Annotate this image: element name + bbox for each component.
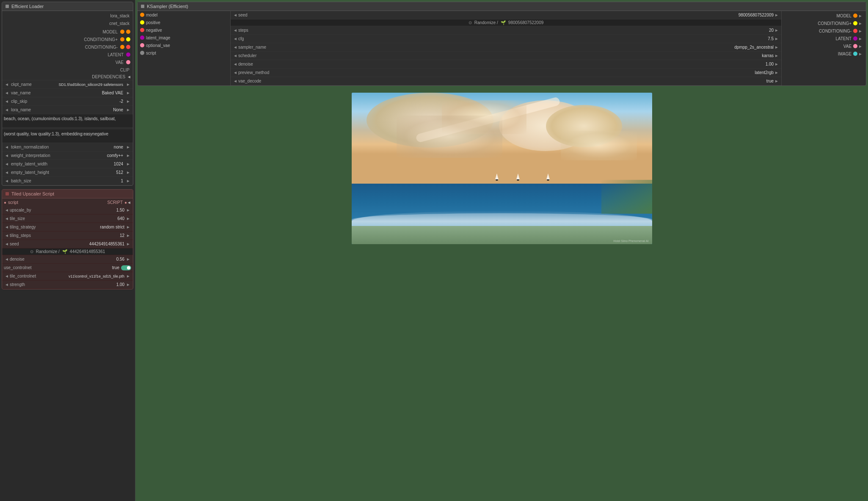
ks-vae-decode-row[interactable]: ◄ vae_decode true ► [231, 77, 781, 85]
ks-latent-out-label: LATENT [835, 36, 851, 41]
ks-model-out-label: MODEL [837, 14, 852, 18]
ks-conditioning-pos-out: CONDITIONING+ ► [783, 19, 864, 27]
tiling-steps-arrow-left[interactable]: ◄ [4, 233, 10, 238]
strength-arrow-left[interactable]: ◄ [4, 282, 10, 287]
ks-seed-arrow-left[interactable]: ◄ [232, 13, 238, 17]
negative-prompt[interactable]: (worst quality, low quality:1.3), embedd… [2, 129, 133, 143]
lora-name-row[interactable]: ◄ lora_name None ► [2, 106, 133, 114]
ckpt-name-row[interactable]: ◄ ckpt_name SD1.5\sdSilicon_silicon29 sa… [2, 80, 133, 89]
weight-interp-arrow-left[interactable]: ◄ [4, 153, 10, 158]
tiled-denoise-arrow-right[interactable]: ► [125, 257, 131, 262]
ks-conditioning-neg-out: CONDITIONING- ► [783, 27, 864, 35]
ks-vae-decode-arrow-right[interactable]: ► [774, 79, 780, 83]
ckpt-arrow-right[interactable]: ► [125, 82, 131, 87]
ks-scheduler-arrow-left[interactable]: ◄ [232, 53, 238, 58]
strength-row[interactable]: ◄ strength 1.00 ► [2, 281, 133, 289]
token-norm-arrow-left[interactable]: ◄ [4, 145, 10, 149]
tiled-seed-label: seed [10, 242, 89, 246]
upscale-by-row[interactable]: ◄ upscale_by 1.50 ► [2, 206, 133, 215]
weight-interp-row[interactable]: ◄ weight_interpretation comfy++ ► [2, 151, 133, 160]
clip-skip-row[interactable]: ◄ clip_skip -2 ► [2, 97, 133, 106]
model-out-row: MODEL [2, 28, 133, 36]
ksampler-body: model positive negative latent_image opt… [138, 11, 866, 85]
ks-scheduler-row[interactable]: ◄ scheduler karras ► [231, 52, 781, 60]
lora-name-arrow-right[interactable]: ► [125, 107, 131, 112]
ks-steps-row[interactable]: ◄ steps 20 ► [231, 26, 781, 35]
ks-sampler-arrow-right[interactable]: ► [774, 45, 780, 50]
tiled-denoise-arrow-left[interactable]: ◄ [4, 257, 10, 262]
ks-steps-arrow-left[interactable]: ◄ [232, 28, 238, 33]
ks-steps-arrow-right[interactable]: ► [774, 28, 780, 33]
use-controlnet-toggle[interactable] [121, 265, 131, 270]
latent-width-arrow-left[interactable]: ◄ [4, 162, 10, 166]
latent-height-arrow-left[interactable]: ◄ [4, 170, 10, 175]
latent-width-value: 1024 [114, 162, 124, 166]
tiling-steps-arrow-right[interactable]: ► [125, 233, 131, 238]
tile-size-arrow-left[interactable]: ◄ [4, 216, 10, 221]
ks-conditioning-pos-out-label: CONDITIONING+ [818, 21, 851, 26]
token-norm-arrow-right[interactable]: ► [125, 145, 131, 149]
ks-scheduler-arrow-right[interactable]: ► [774, 53, 780, 58]
tiling-strategy-value: random strict [100, 225, 125, 229]
script-value-label: SCRIPT [107, 200, 123, 205]
latent-width-arrow-right[interactable]: ► [125, 162, 131, 166]
tile-size-row[interactable]: ◄ tile_size 640 ► [2, 215, 133, 223]
vae-name-arrow-right[interactable]: ► [125, 91, 131, 95]
tiled-seed-row[interactable]: ◄ seed 444264914855361 ► [2, 240, 133, 248]
ks-preview-row[interactable]: ◄ preview_method latent2rgb ► [231, 69, 781, 77]
tiling-strategy-arrow-right[interactable]: ► [125, 225, 131, 229]
tiling-strategy-row[interactable]: ◄ tiling_strategy random strict ► [2, 223, 133, 231]
ks-sampler-arrow-left[interactable]: ◄ [232, 45, 238, 50]
tiled-denoise-row[interactable]: ◄ denoise 0.56 ► [2, 255, 133, 264]
positive-prompt[interactable]: beach, ocean, (cumulonimbus clouds:1.3),… [2, 114, 133, 128]
latent-height-arrow-right[interactable]: ► [125, 170, 131, 175]
ks-cfg-arrow-left[interactable]: ◄ [232, 36, 238, 41]
ks-denoise-arrow-left[interactable]: ◄ [232, 62, 238, 66]
ks-seed-row[interactable]: ◄ seed 980056807522009 ► [231, 11, 781, 19]
latent-height-row[interactable]: ◄ empty_latent_height 512 ► [2, 168, 133, 177]
tiling-steps-row[interactable]: ◄ tiling_steps 12 ► [2, 231, 133, 240]
use-controlnet-row[interactable]: use_controlnet true [2, 264, 133, 272]
tiled-seed-arrow-right[interactable]: ► [125, 242, 131, 246]
clip-skip-arrow-left[interactable]: ◄ [4, 99, 10, 104]
ckpt-arrow-left[interactable]: ◄ [4, 82, 10, 87]
tile-controlnet-arrow-left[interactable]: ◄ [4, 274, 10, 278]
upscale-by-arrow-left[interactable]: ◄ [4, 208, 10, 212]
ks-denoise-arrow-right[interactable]: ► [774, 62, 780, 66]
ksampler-params: ◄ seed 980056807522009 ► ⊙ Randomize / 🌱… [231, 11, 781, 85]
lora-name-arrow-left[interactable]: ◄ [4, 107, 10, 112]
ks-cond-neg-out-dot [853, 29, 857, 33]
tiled-seed-arrow-left[interactable]: ◄ [4, 242, 10, 246]
cloud-6 [561, 131, 637, 160]
tiling-strategy-arrow-left[interactable]: ◄ [4, 225, 10, 229]
upscale-by-value: 1.50 [116, 208, 125, 212]
tiled-randomize-label: Randomize / [36, 249, 60, 254]
vae-name-arrow-left[interactable]: ◄ [4, 91, 10, 95]
vae-name-row[interactable]: ◄ vae_name Baked VAE ► [2, 89, 133, 97]
strength-arrow-right[interactable]: ► [125, 282, 131, 287]
batch-size-row[interactable]: ◄ batch_size 1 ► [2, 177, 133, 185]
latent-height-value: 512 [116, 170, 124, 175]
tile-controlnet-row[interactable]: ◄ tile_controlnet v11\control_v11f1e_sd1… [2, 272, 133, 281]
batch-size-arrow-right[interactable]: ► [125, 179, 131, 183]
ks-seed-arrow-right[interactable]: ► [774, 13, 780, 17]
token-norm-label: token_normalization [11, 145, 114, 149]
ks-preview-arrow-left[interactable]: ◄ [232, 70, 238, 75]
latent-width-row[interactable]: ◄ empty_latent_width 1024 ► [2, 160, 133, 168]
ks-preview-arrow-right[interactable]: ► [774, 70, 780, 75]
ks-vae-decode-arrow-left[interactable]: ◄ [232, 79, 238, 83]
upscale-by-arrow-right[interactable]: ► [125, 208, 131, 212]
clip-skip-arrow-right[interactable]: ► [125, 99, 131, 104]
ks-cfg-row[interactable]: ◄ cfg 7.5 ► [231, 35, 781, 43]
latent-out-label: LATENT [4, 52, 125, 57]
ks-cfg-arrow-right[interactable]: ► [774, 36, 780, 41]
vae-name-value: Baked VAE [102, 91, 124, 95]
ks-sampler-row[interactable]: ◄ sampler_name dpmpp_2s_ancestral ► [231, 43, 781, 52]
batch-size-arrow-left[interactable]: ◄ [4, 179, 10, 183]
ks-denoise-row[interactable]: ◄ denoise 1.00 ► [231, 60, 781, 69]
tile-size-arrow-right[interactable]: ► [125, 216, 131, 221]
weight-interp-arrow-right[interactable]: ► [125, 153, 131, 158]
latent-height-label: empty_latent_height [11, 170, 116, 175]
token-norm-row[interactable]: ◄ token_normalization none ► [2, 143, 133, 151]
tile-controlnet-arrow-right[interactable]: ► [125, 274, 131, 278]
